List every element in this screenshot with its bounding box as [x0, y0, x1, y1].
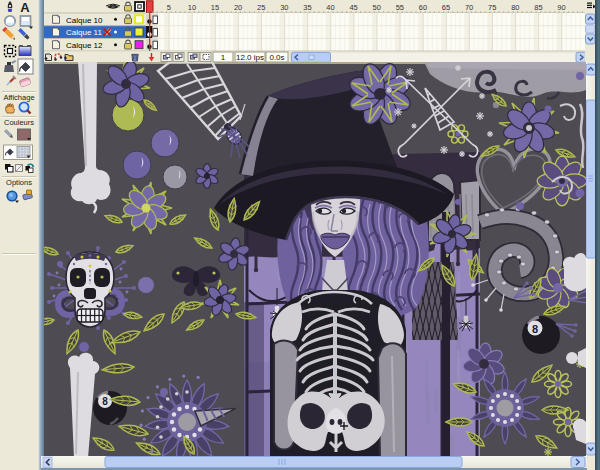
svg-text:Couleurs: Couleurs [4, 118, 34, 127]
svg-text:0.0s: 0.0s [269, 53, 284, 62]
svg-text:A: A [20, 0, 30, 15]
svg-text:Calque 10: Calque 10 [66, 16, 103, 25]
svg-text:70: 70 [465, 3, 473, 12]
svg-text:60: 60 [419, 3, 427, 12]
svg-text:55: 55 [396, 3, 404, 12]
svg-text:65: 65 [442, 3, 450, 12]
svg-text:40: 40 [326, 3, 334, 12]
svg-text:80: 80 [511, 3, 519, 12]
svg-text:75: 75 [488, 3, 496, 12]
svg-text:20: 20 [234, 3, 242, 12]
svg-text:5: 5 [167, 3, 171, 12]
svg-text:10: 10 [188, 3, 196, 12]
svg-text:90: 90 [557, 3, 565, 12]
svg-text:Calque 11: Calque 11 [66, 28, 102, 37]
svg-text:Options: Options [6, 178, 32, 187]
svg-text:12.0 ips: 12.0 ips [236, 53, 264, 62]
svg-text:85: 85 [534, 3, 542, 12]
svg-text:15: 15 [211, 3, 219, 12]
svg-text:1: 1 [221, 53, 226, 62]
svg-text:Calque 12: Calque 12 [66, 41, 103, 50]
svg-text:Affichage: Affichage [3, 93, 34, 102]
svg-text:30: 30 [280, 3, 288, 12]
svg-text:50: 50 [373, 3, 381, 12]
svg-text:45: 45 [349, 3, 357, 12]
svg-text:35: 35 [303, 3, 311, 12]
svg-text:25: 25 [257, 3, 265, 12]
